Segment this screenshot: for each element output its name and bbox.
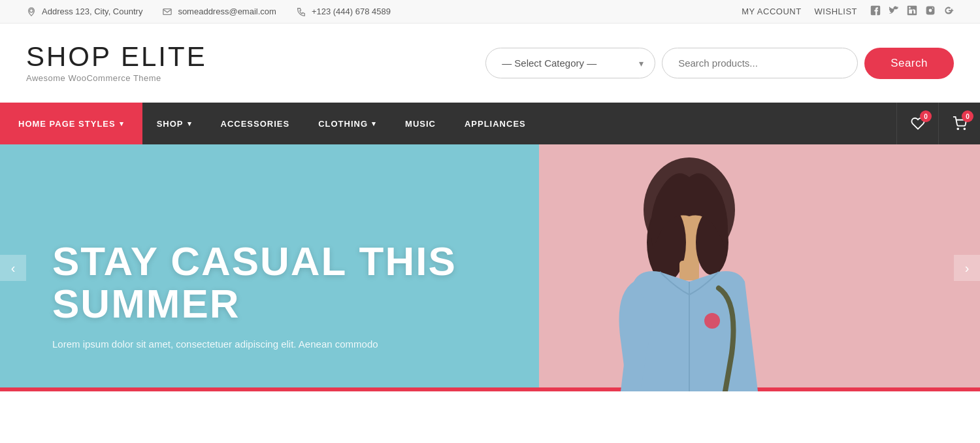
top-bar-actions: MY ACCOUNT WISHLIST [742, 5, 954, 18]
my-account-link[interactable]: MY ACCOUNT [742, 7, 801, 16]
nav-label-shop: SHOP [157, 119, 184, 129]
svg-point-5 [957, 128, 958, 129]
nav-item-accessories[interactable]: ACCESSORIES [206, 103, 304, 144]
phone-item: +123 (444) 678 4589 [296, 7, 391, 17]
search-area: — Select Category — Clothing Accessories… [485, 48, 954, 79]
navbar: HOME PAGE STYLES ▾ SHOP ▾ ACCESSORIES CL… [0, 103, 980, 144]
nav-label-clothing: CLOTHING [318, 119, 368, 129]
email-text: someaddress@email.com [178, 7, 276, 16]
cart-badge: 0 [962, 110, 973, 122]
svg-point-4 [932, 8, 934, 9]
svg-rect-11 [679, 261, 699, 280]
hero-next-btn[interactable]: › [954, 255, 980, 281]
header: SHOP ELITE Awesome WooCommerce Theme — S… [0, 24, 980, 103]
svg-point-0 [29, 8, 33, 12]
cart-btn[interactable]: 0 [938, 103, 980, 144]
nav-items: HOME PAGE STYLES ▾ SHOP ▾ ACCESSORIES CL… [0, 103, 540, 144]
facebook-icon[interactable] [870, 5, 881, 18]
nav-item-homepage[interactable]: HOME PAGE STYLES ▾ [0, 103, 142, 144]
nav-arrow-homepage: ▾ [120, 120, 124, 128]
category-select[interactable]: — Select Category — Clothing Accessories… [485, 48, 655, 78]
location-icon [26, 7, 37, 17]
nav-arrow-shop: ▾ [188, 120, 192, 128]
googleplus-icon[interactable] [943, 5, 954, 18]
nav-item-clothing[interactable]: CLOTHING ▾ [304, 103, 391, 144]
hero-bottom-bar [0, 387, 980, 391]
twitter-icon[interactable] [889, 5, 899, 18]
nav-item-music[interactable]: MUSIC [391, 103, 450, 144]
hero-prev-btn[interactable]: ‹ [0, 255, 26, 281]
wishlist-btn[interactable]: 0 [896, 103, 938, 144]
svg-point-6 [964, 128, 965, 129]
nav-label-appliances: APPLIANCES [465, 119, 526, 129]
nav-right-icons: 0 0 [896, 103, 980, 144]
top-bar: Address 123, City, Country someaddress@e… [0, 0, 980, 24]
nav-item-shop[interactable]: SHOP ▾ [142, 103, 206, 144]
nav-label-music: MUSIC [405, 119, 436, 129]
logo-title: SHOP ELITE [26, 43, 207, 71]
address-item: Address 123, City, Country [26, 7, 142, 17]
search-button[interactable]: Search [864, 48, 954, 79]
search-input[interactable] [662, 48, 858, 78]
hero-subtitle: Lorem ipsum dolor sit amet, consectetuer… [52, 336, 412, 352]
address-text: Address 123, City, Country [42, 7, 142, 16]
svg-rect-1 [163, 8, 171, 14]
nav-label-homepage: HOME PAGE STYLES [18, 119, 116, 129]
hero-title: STAY CASUAL THIS SUMMER [52, 240, 457, 325]
phone-text: +123 (444) 678 4589 [312, 7, 391, 16]
social-links [870, 5, 954, 18]
category-wrapper: — Select Category — Clothing Accessories… [485, 48, 655, 78]
nav-label-accessories: ACCESSORIES [221, 119, 290, 129]
hero-title-line2: SUMMER [52, 282, 457, 325]
wishlist-badge: 0 [920, 110, 932, 122]
hero-figure [575, 144, 804, 391]
instagram-icon[interactable] [925, 5, 936, 18]
hero-content: STAY CASUAL THIS SUMMER Lorem ipsum dolo… [52, 240, 457, 352]
nav-item-appliances[interactable]: APPLIANCES [450, 103, 540, 144]
svg-point-3 [929, 9, 932, 12]
logo-subtitle: Awesome WooCommerce Theme [26, 73, 207, 83]
email-icon [162, 7, 172, 17]
nav-arrow-clothing: ▾ [372, 120, 376, 128]
svg-point-12 [704, 313, 720, 329]
hero-title-line1: STAY CASUAL THIS [52, 240, 457, 282]
hero-section: STAY CASUAL THIS SUMMER Lorem ipsum dolo… [0, 144, 980, 391]
phone-icon [296, 7, 306, 17]
wishlist-link[interactable]: WISHLIST [815, 7, 857, 16]
linkedin-icon[interactable] [907, 5, 917, 18]
search-input-wrapper [662, 48, 858, 78]
logo[interactable]: SHOP ELITE Awesome WooCommerce Theme [26, 43, 207, 83]
top-bar-contact: Address 123, City, Country someaddress@e… [26, 7, 391, 17]
email-item: someaddress@email.com [162, 7, 276, 17]
